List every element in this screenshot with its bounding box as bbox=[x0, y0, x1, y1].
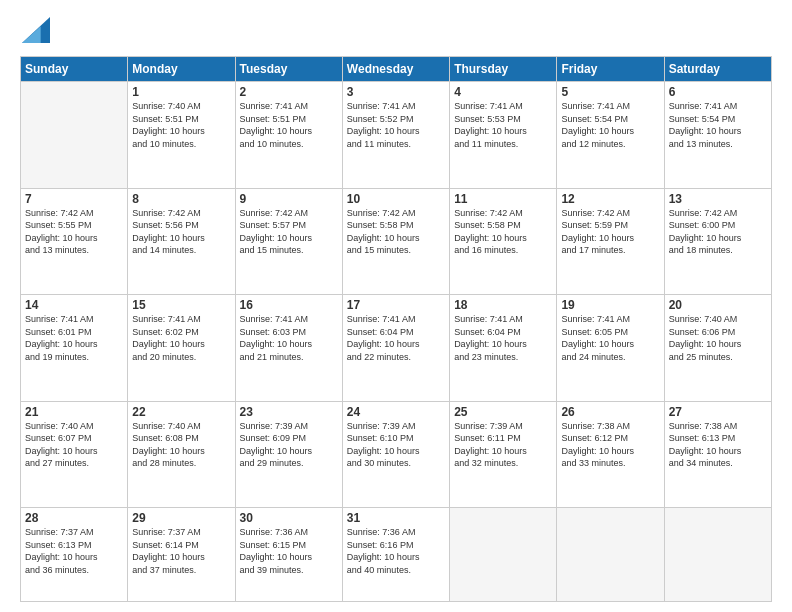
day-info: Sunrise: 7:37 AMSunset: 6:13 PMDaylight:… bbox=[25, 526, 123, 576]
day-number: 4 bbox=[454, 85, 552, 99]
week-row-4: 21Sunrise: 7:40 AMSunset: 6:07 PMDayligh… bbox=[21, 401, 772, 508]
weekday-tuesday: Tuesday bbox=[235, 57, 342, 82]
day-number: 28 bbox=[25, 511, 123, 525]
calendar-cell: 6Sunrise: 7:41 AMSunset: 5:54 PMDaylight… bbox=[664, 82, 771, 189]
calendar-cell: 13Sunrise: 7:42 AMSunset: 6:00 PMDayligh… bbox=[664, 188, 771, 295]
day-number: 25 bbox=[454, 405, 552, 419]
weekday-thursday: Thursday bbox=[450, 57, 557, 82]
day-number: 3 bbox=[347, 85, 445, 99]
day-number: 27 bbox=[669, 405, 767, 419]
calendar-cell: 9Sunrise: 7:42 AMSunset: 5:57 PMDaylight… bbox=[235, 188, 342, 295]
day-info: Sunrise: 7:41 AMSunset: 6:04 PMDaylight:… bbox=[454, 313, 552, 363]
day-number: 21 bbox=[25, 405, 123, 419]
day-info: Sunrise: 7:40 AMSunset: 6:08 PMDaylight:… bbox=[132, 420, 230, 470]
calendar-cell: 4Sunrise: 7:41 AMSunset: 5:53 PMDaylight… bbox=[450, 82, 557, 189]
calendar-cell: 11Sunrise: 7:42 AMSunset: 5:58 PMDayligh… bbox=[450, 188, 557, 295]
calendar-cell: 15Sunrise: 7:41 AMSunset: 6:02 PMDayligh… bbox=[128, 295, 235, 402]
weekday-saturday: Saturday bbox=[664, 57, 771, 82]
day-number: 16 bbox=[240, 298, 338, 312]
day-info: Sunrise: 7:41 AMSunset: 5:51 PMDaylight:… bbox=[240, 100, 338, 150]
week-row-1: 1Sunrise: 7:40 AMSunset: 5:51 PMDaylight… bbox=[21, 82, 772, 189]
calendar-cell bbox=[557, 508, 664, 602]
day-number: 5 bbox=[561, 85, 659, 99]
calendar-cell: 1Sunrise: 7:40 AMSunset: 5:51 PMDaylight… bbox=[128, 82, 235, 189]
day-info: Sunrise: 7:38 AMSunset: 6:12 PMDaylight:… bbox=[561, 420, 659, 470]
calendar-cell: 20Sunrise: 7:40 AMSunset: 6:06 PMDayligh… bbox=[664, 295, 771, 402]
calendar-cell bbox=[664, 508, 771, 602]
day-number: 17 bbox=[347, 298, 445, 312]
day-info: Sunrise: 7:41 AMSunset: 5:54 PMDaylight:… bbox=[561, 100, 659, 150]
calendar-cell: 2Sunrise: 7:41 AMSunset: 5:51 PMDaylight… bbox=[235, 82, 342, 189]
day-number: 2 bbox=[240, 85, 338, 99]
day-number: 14 bbox=[25, 298, 123, 312]
day-info: Sunrise: 7:39 AMSunset: 6:10 PMDaylight:… bbox=[347, 420, 445, 470]
calendar-cell: 23Sunrise: 7:39 AMSunset: 6:09 PMDayligh… bbox=[235, 401, 342, 508]
day-info: Sunrise: 7:36 AMSunset: 6:15 PMDaylight:… bbox=[240, 526, 338, 576]
calendar-cell: 7Sunrise: 7:42 AMSunset: 5:55 PMDaylight… bbox=[21, 188, 128, 295]
weekday-monday: Monday bbox=[128, 57, 235, 82]
calendar-cell: 17Sunrise: 7:41 AMSunset: 6:04 PMDayligh… bbox=[342, 295, 449, 402]
header bbox=[20, 16, 772, 48]
day-info: Sunrise: 7:41 AMSunset: 6:02 PMDaylight:… bbox=[132, 313, 230, 363]
calendar-page: SundayMondayTuesdayWednesdayThursdayFrid… bbox=[0, 0, 792, 612]
day-number: 8 bbox=[132, 192, 230, 206]
weekday-sunday: Sunday bbox=[21, 57, 128, 82]
weekday-friday: Friday bbox=[557, 57, 664, 82]
day-info: Sunrise: 7:41 AMSunset: 6:04 PMDaylight:… bbox=[347, 313, 445, 363]
day-info: Sunrise: 7:36 AMSunset: 6:16 PMDaylight:… bbox=[347, 526, 445, 576]
calendar-cell: 19Sunrise: 7:41 AMSunset: 6:05 PMDayligh… bbox=[557, 295, 664, 402]
logo bbox=[20, 16, 50, 48]
day-number: 30 bbox=[240, 511, 338, 525]
day-number: 12 bbox=[561, 192, 659, 206]
day-info: Sunrise: 7:40 AMSunset: 5:51 PMDaylight:… bbox=[132, 100, 230, 150]
calendar-cell bbox=[450, 508, 557, 602]
calendar-table: SundayMondayTuesdayWednesdayThursdayFrid… bbox=[20, 56, 772, 602]
day-info: Sunrise: 7:41 AMSunset: 6:05 PMDaylight:… bbox=[561, 313, 659, 363]
day-number: 31 bbox=[347, 511, 445, 525]
calendar-cell: 27Sunrise: 7:38 AMSunset: 6:13 PMDayligh… bbox=[664, 401, 771, 508]
week-row-5: 28Sunrise: 7:37 AMSunset: 6:13 PMDayligh… bbox=[21, 508, 772, 602]
day-info: Sunrise: 7:41 AMSunset: 5:52 PMDaylight:… bbox=[347, 100, 445, 150]
calendar-cell: 16Sunrise: 7:41 AMSunset: 6:03 PMDayligh… bbox=[235, 295, 342, 402]
day-info: Sunrise: 7:42 AMSunset: 5:59 PMDaylight:… bbox=[561, 207, 659, 257]
day-number: 13 bbox=[669, 192, 767, 206]
day-number: 26 bbox=[561, 405, 659, 419]
calendar-cell: 29Sunrise: 7:37 AMSunset: 6:14 PMDayligh… bbox=[128, 508, 235, 602]
day-number: 1 bbox=[132, 85, 230, 99]
day-number: 6 bbox=[669, 85, 767, 99]
day-info: Sunrise: 7:41 AMSunset: 6:01 PMDaylight:… bbox=[25, 313, 123, 363]
day-info: Sunrise: 7:40 AMSunset: 6:06 PMDaylight:… bbox=[669, 313, 767, 363]
calendar-cell bbox=[21, 82, 128, 189]
day-info: Sunrise: 7:42 AMSunset: 5:58 PMDaylight:… bbox=[454, 207, 552, 257]
calendar-cell: 22Sunrise: 7:40 AMSunset: 6:08 PMDayligh… bbox=[128, 401, 235, 508]
calendar-cell: 10Sunrise: 7:42 AMSunset: 5:58 PMDayligh… bbox=[342, 188, 449, 295]
calendar-cell: 5Sunrise: 7:41 AMSunset: 5:54 PMDaylight… bbox=[557, 82, 664, 189]
calendar-cell: 28Sunrise: 7:37 AMSunset: 6:13 PMDayligh… bbox=[21, 508, 128, 602]
week-row-3: 14Sunrise: 7:41 AMSunset: 6:01 PMDayligh… bbox=[21, 295, 772, 402]
day-number: 23 bbox=[240, 405, 338, 419]
day-number: 29 bbox=[132, 511, 230, 525]
day-number: 15 bbox=[132, 298, 230, 312]
day-number: 9 bbox=[240, 192, 338, 206]
weekday-header-row: SundayMondayTuesdayWednesdayThursdayFrid… bbox=[21, 57, 772, 82]
day-info: Sunrise: 7:39 AMSunset: 6:11 PMDaylight:… bbox=[454, 420, 552, 470]
calendar-cell: 21Sunrise: 7:40 AMSunset: 6:07 PMDayligh… bbox=[21, 401, 128, 508]
calendar-cell: 8Sunrise: 7:42 AMSunset: 5:56 PMDaylight… bbox=[128, 188, 235, 295]
day-number: 18 bbox=[454, 298, 552, 312]
calendar-cell: 26Sunrise: 7:38 AMSunset: 6:12 PMDayligh… bbox=[557, 401, 664, 508]
day-number: 10 bbox=[347, 192, 445, 206]
calendar-cell: 24Sunrise: 7:39 AMSunset: 6:10 PMDayligh… bbox=[342, 401, 449, 508]
weekday-wednesday: Wednesday bbox=[342, 57, 449, 82]
calendar-cell: 14Sunrise: 7:41 AMSunset: 6:01 PMDayligh… bbox=[21, 295, 128, 402]
day-info: Sunrise: 7:41 AMSunset: 5:54 PMDaylight:… bbox=[669, 100, 767, 150]
day-info: Sunrise: 7:42 AMSunset: 5:56 PMDaylight:… bbox=[132, 207, 230, 257]
day-number: 19 bbox=[561, 298, 659, 312]
calendar-cell: 18Sunrise: 7:41 AMSunset: 6:04 PMDayligh… bbox=[450, 295, 557, 402]
day-info: Sunrise: 7:42 AMSunset: 5:57 PMDaylight:… bbox=[240, 207, 338, 257]
day-info: Sunrise: 7:41 AMSunset: 6:03 PMDaylight:… bbox=[240, 313, 338, 363]
day-number: 11 bbox=[454, 192, 552, 206]
calendar-cell: 31Sunrise: 7:36 AMSunset: 6:16 PMDayligh… bbox=[342, 508, 449, 602]
day-info: Sunrise: 7:37 AMSunset: 6:14 PMDaylight:… bbox=[132, 526, 230, 576]
day-number: 24 bbox=[347, 405, 445, 419]
day-number: 7 bbox=[25, 192, 123, 206]
